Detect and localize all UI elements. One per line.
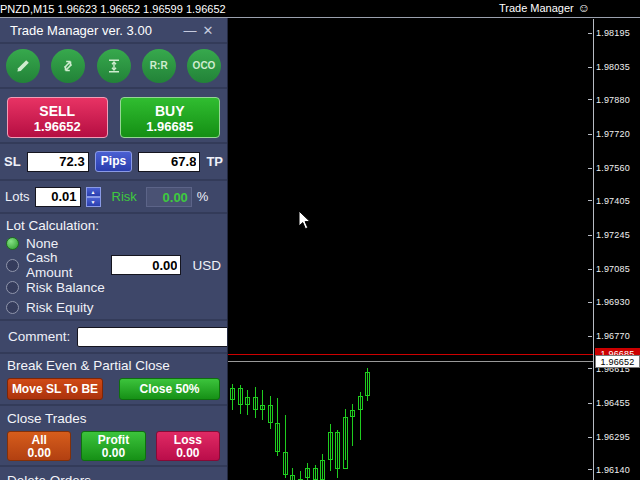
move-sl-to-be-button[interactable]: Move SL To BE	[7, 378, 103, 400]
y-axis-tick: 1.98035	[588, 62, 630, 72]
radio-unselected-icon[interactable]	[6, 281, 19, 294]
risk-reward-button[interactable]: R:R	[142, 49, 176, 83]
indicator-name: Trade Manager	[499, 2, 574, 14]
candle-body	[343, 417, 348, 469]
close-all-value: 0.00	[8, 447, 70, 460]
stepper-down-icon[interactable]: ▼	[86, 197, 101, 207]
swap-arrows-button[interactable]	[51, 49, 85, 83]
candle-body	[305, 468, 310, 479]
break-even-header: Break Even & Partial Close	[7, 358, 220, 373]
y-axis-tick: 1.97880	[588, 95, 630, 105]
close-trades-section: Close Trades All 0.00 Profit 0.00 Loss 0…	[0, 406, 227, 467]
swap-arrows-icon	[60, 58, 76, 74]
sell-label: SELL	[8, 103, 107, 119]
radio-unselected-icon[interactable]	[6, 301, 19, 314]
sl-label: SL	[4, 154, 21, 169]
delete-orders-section: Delete Orders	[0, 467, 227, 480]
minimize-button[interactable]: —	[181, 23, 199, 38]
vertical-range-icon	[106, 58, 122, 74]
tp-label: TP	[206, 154, 223, 169]
symbol-ohlc-info: PNZD,M15 1.96623 1.96652 1.96599 1.96652	[0, 3, 226, 15]
y-axis-tick: 1.96930	[588, 297, 630, 307]
y-axis-tick: 1.97560	[588, 163, 630, 173]
buy-button[interactable]: BUY 1.96685	[120, 97, 221, 138]
mouse-cursor	[298, 210, 312, 231]
comment-input[interactable]	[77, 327, 228, 347]
lot-calculation-section: Lot Calculation: None Cash Amount USD Ri…	[0, 214, 227, 321]
y-axis-tick: 1.96140	[588, 465, 630, 475]
buy-label: BUY	[121, 103, 220, 119]
trade-manager-panel: Trade Manager ver. 3.00 — ✕	[0, 18, 228, 480]
radio-selected-icon[interactable]	[6, 237, 19, 250]
y-axis-tick: 1.96770	[588, 331, 630, 341]
candle-body	[350, 410, 355, 416]
buy-price: 1.96685	[121, 119, 220, 135]
oco-button[interactable]: OCO	[187, 49, 221, 83]
mt4-window: PNZD,M15 1.96623 1.96652 1.96599 1.96652…	[0, 0, 640, 480]
cash-unit-label: USD	[192, 258, 221, 273]
close-trades-header: Close Trades	[7, 411, 220, 426]
comment-row: Comment:	[0, 321, 227, 354]
panel-titlebar[interactable]: Trade Manager ver. 3.00 — ✕	[0, 18, 227, 44]
panel-title: Trade Manager ver. 3.00	[10, 23, 181, 38]
y-axis-tick: 1.98195	[588, 28, 630, 38]
close-button[interactable]: ✕	[199, 23, 217, 38]
sl-input[interactable]	[27, 152, 89, 172]
close-loss-button[interactable]: Loss 0.00	[156, 431, 220, 461]
lots-stepper: ▲ ▼	[86, 187, 101, 207]
option-risk-balance-label: Risk Balance	[26, 280, 105, 295]
candle-body	[290, 475, 295, 480]
pips-toggle-button[interactable]: Pips	[95, 151, 133, 172]
candle-body	[328, 432, 333, 461]
radio-option-risk-equity[interactable]: Risk Equity	[6, 297, 221, 317]
lot-calculation-header: Lot Calculation:	[6, 218, 221, 233]
pencil-icon	[15, 58, 31, 74]
radio-option-cash-amount[interactable]: Cash Amount USD	[6, 253, 221, 277]
sell-price: 1.96652	[8, 119, 107, 135]
y-axis-tick: 1.96455	[588, 398, 630, 408]
delete-orders-header: Delete Orders	[7, 473, 220, 480]
range-height-button[interactable]	[97, 49, 131, 83]
edit-pencil-button[interactable]	[6, 49, 40, 83]
oco-label: OCO	[193, 60, 216, 71]
candle-body	[313, 468, 318, 480]
candle-body	[260, 405, 265, 410]
close-50-button[interactable]: Close 50%	[119, 378, 220, 400]
close-profit-button[interactable]: Profit 0.00	[81, 431, 145, 461]
chart-topbar: PNZD,M15 1.96623 1.96652 1.96599 1.96652…	[0, 0, 640, 18]
candle-body	[253, 397, 258, 411]
break-even-section: Break Even & Partial Close Move SL To BE…	[0, 354, 227, 406]
radio-unselected-icon[interactable]	[6, 259, 19, 272]
y-axis-tick: 1.97720	[588, 129, 630, 139]
option-none-label: None	[26, 236, 58, 251]
candle-body	[268, 405, 273, 423]
risk-value-field: 0.00	[146, 187, 192, 207]
candle-body	[245, 397, 250, 406]
rr-label: R:R	[150, 60, 168, 71]
toolbar: R:R OCO	[0, 44, 227, 89]
cash-amount-input[interactable]	[111, 255, 181, 275]
candle-body	[275, 423, 280, 452]
bid-price-tag: 1.96652	[595, 355, 640, 368]
y-axis-tick: 1.96295	[588, 432, 630, 442]
candle-body	[283, 452, 288, 475]
trade-buttons-row: SELL 1.96652 BUY 1.96685	[0, 89, 227, 144]
comment-label: Comment:	[8, 329, 70, 344]
candle-body	[238, 388, 243, 405]
radio-option-risk-balance[interactable]: Risk Balance	[6, 277, 221, 297]
risk-label: Risk	[112, 189, 137, 204]
sell-button[interactable]: SELL 1.96652	[7, 97, 108, 138]
close-all-button[interactable]: All 0.00	[7, 431, 71, 461]
y-axis-tick: 1.97405	[588, 196, 630, 206]
option-risk-equity-label: Risk Equity	[26, 300, 94, 315]
option-cash-label: Cash Amount	[26, 250, 96, 280]
lots-row: Lots ▲ ▼ Risk 0.00 %	[0, 181, 227, 214]
lots-input[interactable]	[35, 187, 81, 207]
y-axis-tick: 1.97085	[588, 264, 630, 274]
tp-input[interactable]	[138, 152, 200, 172]
indicator-label: Trade Manager ☺	[499, 2, 590, 14]
smiley-icon: ☺	[578, 2, 590, 14]
y-axis-tick: 1.97245	[588, 230, 630, 240]
stepper-up-icon[interactable]: ▲	[86, 187, 101, 197]
candle-body	[335, 432, 340, 469]
